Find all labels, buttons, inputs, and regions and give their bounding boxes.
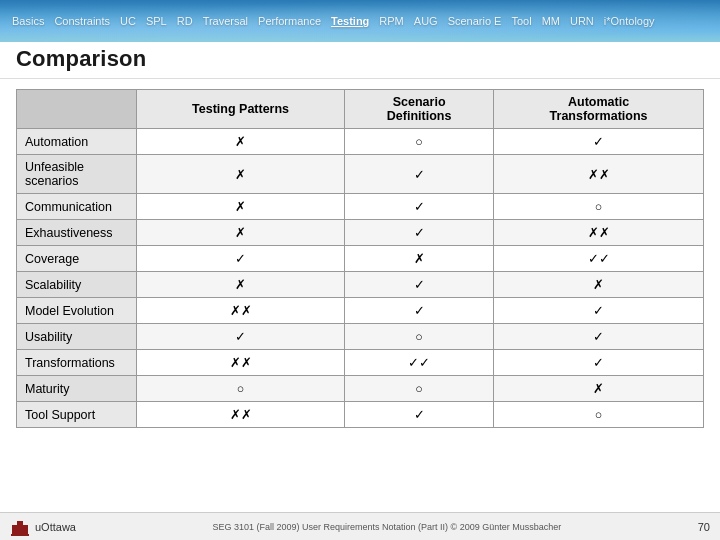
top-navigation: Basics Constraints UC SPL RD Traversal P… — [0, 0, 720, 42]
row-label-usability: Usability — [17, 324, 137, 350]
nav-tool[interactable]: Tool — [507, 13, 535, 29]
page-title-bar: Comparison — [0, 42, 720, 79]
cell-coverage-auto: ✓✓ — [494, 246, 704, 272]
table-row: Model Evolution ✗✗ ✓ ✓ — [17, 298, 704, 324]
cell-scalability-scenario: ✓ — [345, 272, 494, 298]
nav-spl[interactable]: SPL — [142, 13, 171, 29]
uottawa-logo-icon — [10, 517, 30, 537]
cell-transformations-testing: ✗✗ — [137, 350, 345, 376]
nav-constraints[interactable]: Constraints — [50, 13, 114, 29]
cell-tool-support-testing: ✗✗ — [137, 402, 345, 428]
comparison-table: Testing Patterns ScenarioDefinitions Aut… — [16, 89, 704, 428]
footer-page-number: 70 — [698, 521, 710, 533]
col-header-empty — [17, 90, 137, 129]
cell-tool-support-scenario: ✓ — [345, 402, 494, 428]
nav-aug[interactable]: AUG — [410, 13, 442, 29]
nav-traversal[interactable]: Traversal — [199, 13, 252, 29]
row-label-maturity: Maturity — [17, 376, 137, 402]
table-row: Automation ✗ ○ ✓ — [17, 129, 704, 155]
table-row: Exhaustiveness ✗ ✓ ✗✗ — [17, 220, 704, 246]
cell-model-evolution-auto: ✓ — [494, 298, 704, 324]
cell-coverage-scenario: ✗ — [345, 246, 494, 272]
cell-exhaustiveness-scenario: ✓ — [345, 220, 494, 246]
cell-scalability-auto: ✗ — [494, 272, 704, 298]
col-header-testing-patterns: Testing Patterns — [137, 90, 345, 129]
cell-usability-testing: ✓ — [137, 324, 345, 350]
row-label-exhaustiveness: Exhaustiveness — [17, 220, 137, 246]
row-label-coverage: Coverage — [17, 246, 137, 272]
cell-transformations-scenario: ✓✓ — [345, 350, 494, 376]
footer: uOttawa SEG 3101 (Fall 2009) User Requir… — [0, 512, 720, 540]
cell-communication-testing: ✗ — [137, 194, 345, 220]
row-label-scalability: Scalability — [17, 272, 137, 298]
table-row: Usability ✓ ○ ✓ — [17, 324, 704, 350]
table-row: Unfeasiblescenarios ✗ ✓ ✗✗ — [17, 155, 704, 194]
cell-maturity-auto: ✗ — [494, 376, 704, 402]
cell-maturity-testing: ○ — [137, 376, 345, 402]
footer-logo-text: uOttawa — [35, 521, 76, 533]
nav-testing[interactable]: Testing — [327, 13, 373, 29]
cell-communication-scenario: ✓ — [345, 194, 494, 220]
cell-automation-testing: ✗ — [137, 129, 345, 155]
nav-mm[interactable]: MM — [538, 13, 564, 29]
row-label-transformations: Transformations — [17, 350, 137, 376]
main-content: Testing Patterns ScenarioDefinitions Aut… — [0, 79, 720, 438]
cell-exhaustiveness-testing: ✗ — [137, 220, 345, 246]
table-row: Maturity ○ ○ ✗ — [17, 376, 704, 402]
row-label-model-evolution: Model Evolution — [17, 298, 137, 324]
nav-scenario-e[interactable]: Scenario E — [444, 13, 506, 29]
row-label-communication: Communication — [17, 194, 137, 220]
cell-unfeasible-scenario: ✓ — [345, 155, 494, 194]
table-row: Scalability ✗ ✓ ✗ — [17, 272, 704, 298]
row-label-unfeasible: Unfeasiblescenarios — [17, 155, 137, 194]
cell-usability-scenario: ○ — [345, 324, 494, 350]
col-header-scenario-definitions: ScenarioDefinitions — [345, 90, 494, 129]
cell-exhaustiveness-auto: ✗✗ — [494, 220, 704, 246]
cell-coverage-testing: ✓ — [137, 246, 345, 272]
cell-model-evolution-testing: ✗✗ — [137, 298, 345, 324]
cell-automation-scenario: ○ — [345, 129, 494, 155]
table-row: Communication ✗ ✓ ○ — [17, 194, 704, 220]
nav-performance[interactable]: Performance — [254, 13, 325, 29]
col-header-auto-transformations: AutomaticTransformations — [494, 90, 704, 129]
footer-copyright: SEG 3101 (Fall 2009) User Requirements N… — [212, 522, 561, 532]
cell-transformations-auto: ✓ — [494, 350, 704, 376]
cell-unfeasible-auto: ✗✗ — [494, 155, 704, 194]
table-row: Transformations ✗✗ ✓✓ ✓ — [17, 350, 704, 376]
cell-usability-auto: ✓ — [494, 324, 704, 350]
cell-model-evolution-scenario: ✓ — [345, 298, 494, 324]
row-label-tool-support: Tool Support — [17, 402, 137, 428]
table-header-row: Testing Patterns ScenarioDefinitions Aut… — [17, 90, 704, 129]
nav-rd[interactable]: RD — [173, 13, 197, 29]
nav-items-container: Basics Constraints UC SPL RD Traversal P… — [8, 13, 659, 29]
footer-logo: uOttawa — [10, 517, 76, 537]
svg-rect-3 — [11, 534, 29, 536]
nav-rpm[interactable]: RPM — [375, 13, 407, 29]
table-row: Tool Support ✗✗ ✓ ○ — [17, 402, 704, 428]
cell-scalability-testing: ✗ — [137, 272, 345, 298]
cell-communication-auto: ○ — [494, 194, 704, 220]
cell-tool-support-auto: ○ — [494, 402, 704, 428]
svg-rect-2 — [22, 525, 28, 535]
nav-urn[interactable]: URN — [566, 13, 598, 29]
row-label-automation: Automation — [17, 129, 137, 155]
nav-uc[interactable]: UC — [116, 13, 140, 29]
cell-maturity-scenario: ○ — [345, 376, 494, 402]
nav-basics[interactable]: Basics — [8, 13, 48, 29]
cell-automation-auto: ✓ — [494, 129, 704, 155]
cell-unfeasible-testing: ✗ — [137, 155, 345, 194]
table-row: Coverage ✓ ✗ ✓✓ — [17, 246, 704, 272]
page-title: Comparison — [16, 46, 704, 72]
nav-iontology[interactable]: i*Ontology — [600, 13, 659, 29]
